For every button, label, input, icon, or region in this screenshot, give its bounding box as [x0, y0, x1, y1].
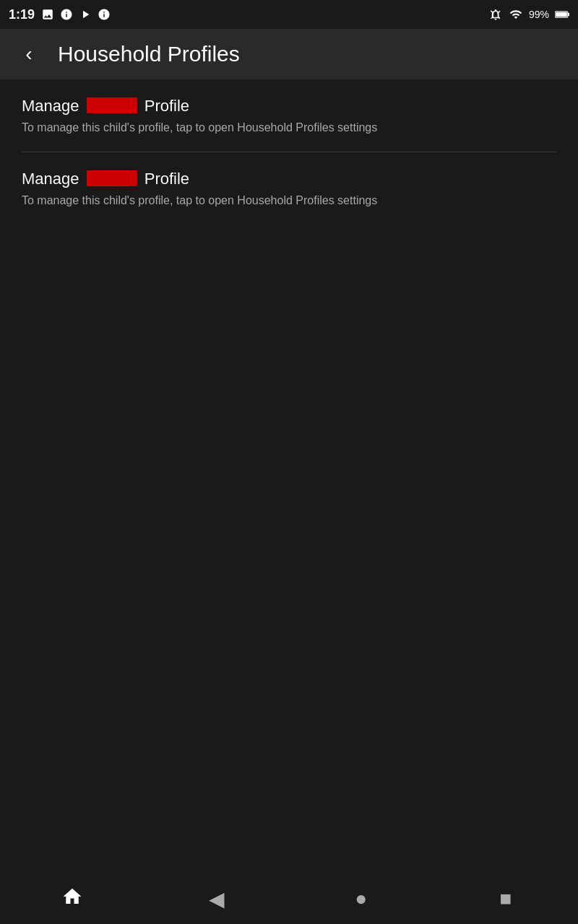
battery-text: 99% — [529, 9, 549, 20]
back-nav-icon: ◀ — [209, 887, 225, 911]
status-right: 99% — [488, 7, 569, 22]
square-icon: ■ — [500, 887, 512, 910]
profile-subtitle-1: To manage this child's profile, tap to o… — [22, 121, 556, 134]
bottom-nav: ◀ ● ■ — [0, 873, 578, 924]
profile-title-row-2: Manage Profile — [22, 170, 556, 188]
svg-rect-2 — [568, 13, 569, 16]
back-button[interactable]: ‹ — [14, 40, 43, 69]
profile-subtitle-2: To manage this child's profile, tap to o… — [22, 194, 556, 207]
home-icon — [61, 886, 83, 912]
battery-icon — [555, 7, 569, 22]
recents-button[interactable]: ■ — [484, 877, 527, 920]
back-nav-button[interactable]: ◀ — [195, 877, 238, 920]
manage-prefix-1: Manage — [22, 97, 84, 116]
profile-item-1[interactable]: Manage Profile To manage this child's pr… — [0, 79, 578, 152]
status-app-icons — [40, 7, 111, 22]
profile-title-row-1: Manage Profile — [22, 97, 556, 116]
play-status-icon — [78, 7, 92, 22]
profile-suffix-2: Profile — [140, 170, 189, 188]
svg-rect-1 — [556, 12, 567, 17]
status-bar: 1:19 99% — [0, 0, 578, 29]
redacted-name-1 — [87, 97, 137, 113]
back-arrow-icon: ‹ — [25, 43, 32, 66]
redacted-name-2 — [87, 170, 137, 186]
amazon-status-icon — [59, 7, 74, 22]
page-title: Household Profiles — [58, 42, 240, 66]
profile-suffix-1: Profile — [140, 97, 189, 116]
notification-muted-icon — [488, 7, 503, 22]
manage-prefix-2: Manage — [22, 170, 84, 188]
amazon2-status-icon — [97, 7, 111, 22]
status-left: 1:19 — [9, 7, 111, 22]
profile-item-2[interactable]: Manage Profile To manage this child's pr… — [0, 152, 578, 225]
circle-icon: ● — [355, 887, 368, 910]
home-nav-button[interactable] — [51, 877, 94, 920]
wifi-icon — [509, 7, 523, 22]
home-circle-button[interactable]: ● — [340, 877, 383, 920]
photo-status-icon — [40, 7, 55, 22]
status-time: 1:19 — [9, 7, 35, 22]
app-bar: ‹ Household Profiles — [0, 29, 578, 79]
content-area: Manage Profile To manage this child's pr… — [0, 79, 578, 225]
